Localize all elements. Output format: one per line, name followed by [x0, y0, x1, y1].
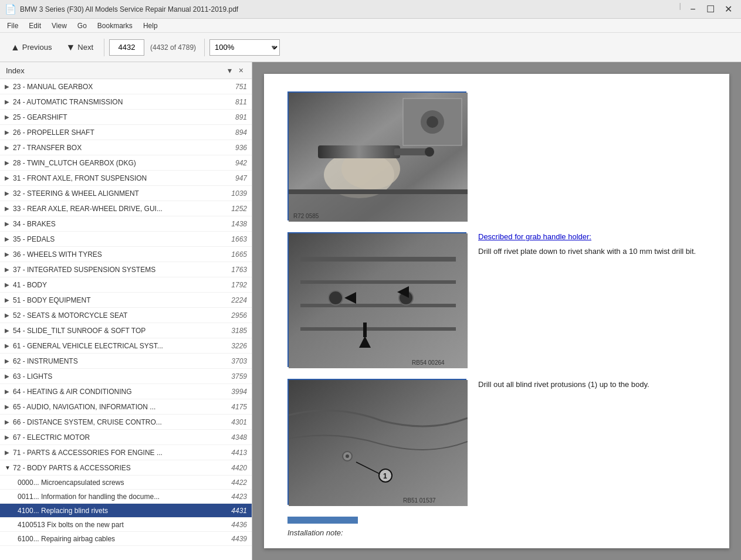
index-number-37: 1763 — [231, 266, 247, 274]
index-subitem-0011[interactable]: 0011... Information for handling the doc… — [0, 490, 252, 504]
index-label-36: 36 - WHEELS WITH TYRES — [13, 250, 229, 259]
index-item-72[interactable]: ▼ 72 - BODY PARTS & ACCESSORIES 4420 — [0, 460, 252, 476]
index-label-6100: 6100... Repairing airbag cables — [18, 535, 229, 543]
drill-out-description: Drill out all blind rivet protusions (1)… — [478, 379, 706, 391]
index-number-65: 4175 — [231, 403, 247, 411]
maximize-button[interactable]: ☐ — [702, 1, 719, 18]
page-number-input[interactable] — [109, 39, 144, 56]
previous-icon: ▲ — [11, 42, 20, 53]
expand-icon-26: ▶ — [5, 129, 13, 135]
sidebar-dropdown-button[interactable]: ▾ — [225, 66, 234, 75]
index-subitem-4100[interactable]: 4100... Replacing blind rivets 4431 — [0, 504, 252, 518]
index-number-23: 751 — [235, 83, 247, 91]
expand-icon-23: ▶ — [5, 83, 13, 90]
index-item-31[interactable]: ▶ 31 - FRONT AXLE, FRONT SUSPENSION 947 — [0, 171, 252, 186]
index-item-34[interactable]: ▶ 34 - BRAKES 1438 — [0, 216, 252, 232]
index-label-26: 26 - PROPELLER SHAFT — [13, 128, 233, 137]
index-number-71: 4413 — [231, 449, 247, 457]
grab-handle-link[interactable]: Described for grab handle holder: — [478, 232, 706, 241]
index-label-35: 35 - PEDALS — [13, 235, 229, 243]
menu-edit[interactable]: Edit — [24, 21, 46, 31]
index-label-66: 66 - DISTANCE SYSTEM, CRUISE CONTRO... — [13, 418, 229, 426]
index-item-63[interactable]: ▶ 63 - LIGHTS 3759 — [0, 369, 252, 384]
index-item-27[interactable]: ▶ 27 - TRANSFER BOX 936 — [0, 140, 252, 155]
svg-text:RB51 01537: RB51 01537 — [403, 497, 436, 504]
menu-help[interactable]: Help — [138, 21, 163, 31]
image-block-1: R72 0585 — [287, 91, 706, 220]
index-number-72: 4420 — [231, 464, 247, 472]
index-item-26[interactable]: ▶ 26 - PROPELLER SHAFT 894 — [0, 125, 252, 140]
menu-view[interactable]: View — [47, 21, 72, 31]
index-label-33: 33 - REAR AXLE, REAR-WHEEL DRIVE, GUI... — [13, 205, 229, 213]
zoom-select[interactable]: 100% 50% 75% 125% 150% 200% — [209, 39, 280, 56]
index-item-35[interactable]: ▶ 35 - PEDALS 1663 — [0, 232, 252, 247]
next-button[interactable]: ▼ Next — [60, 40, 99, 55]
index-label-0000: 0000... Microencapsulated screws — [18, 478, 229, 487]
index-item-61[interactable]: ▶ 61 - GENERAL VEHICLE ELECTRICAL SYST..… — [0, 338, 252, 354]
index-number-52: 2956 — [231, 311, 247, 320]
index-item-24[interactable]: ▶ 24 - AUTOMATIC TRANSMISSION 811 — [0, 94, 252, 110]
index-item-36[interactable]: ▶ 36 - WHEELS WITH TYRES 1665 — [0, 247, 252, 262]
menu-bookmarks[interactable]: Bookmarks — [93, 21, 137, 31]
index-label-24: 24 - AUTOMATIC TRANSMISSION — [13, 98, 233, 106]
index-label-0011: 0011... Information for handling the doc… — [18, 493, 229, 501]
menu-go[interactable]: Go — [73, 21, 92, 31]
minimize-button[interactable]: − — [685, 1, 701, 18]
title-bar: 📄 BMW 3 Series (F30) All Models Service … — [0, 0, 741, 19]
index-label-72: 72 - BODY PARTS & ACCESSORIES — [13, 464, 229, 472]
close-button[interactable]: ✕ — [720, 1, 736, 18]
index-label-28: 28 - TWIN_CLUTCH GEARBOX (DKG) — [13, 159, 233, 167]
index-item-62[interactable]: ▶ 62 - INSTRUMENTS 3703 — [0, 354, 252, 369]
expand-icon-41: ▶ — [5, 281, 13, 288]
svg-rect-20 — [363, 323, 367, 337]
index-number-4100513: 4436 — [231, 521, 247, 529]
index-item-67[interactable]: ▶ 67 - ELECTRIC MOTOR 4348 — [0, 430, 252, 445]
index-item-71[interactable]: ▶ 71 - PARTS & ACCESSORIES FOR ENGINE ..… — [0, 445, 252, 460]
svg-rect-13 — [300, 257, 456, 262]
index-item-51[interactable]: ▶ 51 - BODY EQUIPMENT 2224 — [0, 293, 252, 308]
drill-description: Drill off rivet plate down to rivet shan… — [478, 246, 706, 257]
index-number-4100: 4431 — [231, 507, 247, 515]
expand-icon-27: ▶ — [5, 144, 13, 151]
index-item-23[interactable]: ▶ 23 - MANUAL GEARBOX 751 — [0, 79, 252, 94]
svg-text:1: 1 — [383, 472, 387, 480]
index-label-61: 61 - GENERAL VEHICLE ELECTRICAL SYST... — [13, 342, 229, 350]
installation-note-area: Installation note: — [287, 517, 706, 537]
expand-icon-66: ▶ — [5, 419, 13, 425]
sidebar-close-button[interactable]: × — [236, 66, 246, 75]
index-label-71: 71 - PARTS & ACCESSORIES FOR ENGINE ... — [13, 449, 229, 457]
content-panel[interactable]: R72 0585 — [252, 62, 741, 560]
index-item-41[interactable]: ▶ 41 - BODY 1792 — [0, 277, 252, 293]
svg-rect-15 — [300, 304, 456, 307]
svg-point-5 — [425, 147, 434, 157]
sidebar-controls: ▾ × — [225, 66, 246, 75]
next-label: Next — [77, 43, 93, 52]
index-subitem-4100513[interactable]: 4100513 Fix bolts on the new part 4436 — [0, 518, 252, 532]
index-number-54: 3185 — [231, 327, 247, 335]
index-item-64[interactable]: ▶ 64 - HEATING & AIR CONDITIONING 3994 — [0, 384, 252, 399]
index-item-65[interactable]: ▶ 65 - AUDIO, NAVIGATION, INFORMATION ..… — [0, 399, 252, 415]
index-label-23: 23 - MANUAL GEARBOX — [13, 83, 233, 91]
image-2-svg: RB54 00264 — [289, 233, 468, 368]
index-item-28[interactable]: ▶ 28 - TWIN_CLUTCH GEARBOX (DKG) 942 — [0, 155, 252, 171]
index-item-54[interactable]: ▶ 54 - SLIDE_TILT SUNROOF & SOFT TOP 318… — [0, 323, 252, 338]
index-item-66[interactable]: ▶ 66 - DISTANCE SYSTEM, CRUISE CONTRO...… — [0, 415, 252, 430]
index-subitem-0000[interactable]: 0000... Microencapsulated screws 4422 — [0, 476, 252, 490]
index-number-35: 1663 — [231, 235, 247, 243]
index-item-33[interactable]: ▶ 33 - REAR AXLE, REAR-WHEEL DRIVE, GUI.… — [0, 201, 252, 216]
svg-point-10 — [427, 116, 438, 128]
index-item-52[interactable]: ▶ 52 - SEATS & MOTORCYCLE SEAT 2956 — [0, 308, 252, 323]
index-item-25[interactable]: ▶ 25 - GEARSHIFT 891 — [0, 110, 252, 125]
toolbar-separator-1 — [104, 39, 104, 56]
index-label-37: 37 - INTEGRATED SUSPENSION SYSTEMS — [13, 266, 229, 274]
index-item-37[interactable]: ▶ 37 - INTEGRATED SUSPENSION SYSTEMS 176… — [0, 262, 252, 277]
expand-icon-24: ▶ — [5, 99, 13, 105]
index-number-27: 936 — [235, 144, 247, 152]
index-number-25: 891 — [235, 113, 247, 121]
previous-button[interactable]: ▲ Previous — [5, 40, 57, 55]
menu-bar: File Edit View Go Bookmarks Help — [0, 19, 741, 33]
index-subitem-6100[interactable]: 6100... Repairing airbag cables 4439 — [0, 532, 252, 546]
window-controls: | − ☐ ✕ — [679, 1, 736, 18]
index-item-32[interactable]: ▶ 32 - STEERING & WHEEL ALIGNMENT 1039 — [0, 186, 252, 201]
menu-file[interactable]: File — [2, 21, 23, 31]
